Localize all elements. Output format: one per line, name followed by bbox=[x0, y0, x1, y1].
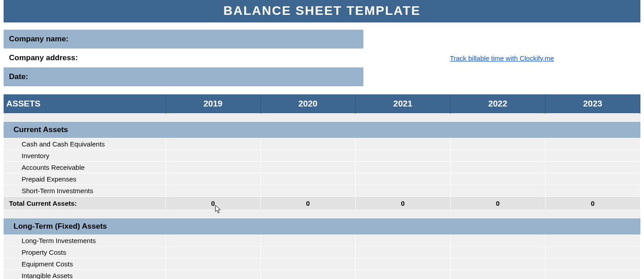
row-label: Property Costs bbox=[4, 247, 165, 258]
row-label: Inventory bbox=[4, 150, 165, 162]
table-header-row: ASSETS 2019 2020 2021 2022 2023 bbox=[4, 94, 640, 114]
col-year-2019: 2019 bbox=[165, 94, 260, 114]
row-label: Accounts Receivable bbox=[4, 162, 165, 173]
company-address-label[interactable]: Company address: bbox=[4, 49, 363, 67]
col-year-2020: 2020 bbox=[260, 94, 355, 114]
row-label: Long-Term Investements bbox=[4, 235, 165, 247]
row-label: Short-Term Investments bbox=[4, 185, 165, 197]
page-title: BALANCE SHEET TEMPLATE bbox=[4, 0, 640, 22]
section-header-assets: ASSETS bbox=[4, 94, 165, 114]
clockify-link[interactable]: Track billable time with Clockify.me bbox=[450, 54, 554, 62]
col-year-2022: 2022 bbox=[450, 94, 545, 114]
row-label: Prepaid Expenses bbox=[4, 173, 165, 185]
table-row[interactable]: Long-Term Investements bbox=[4, 235, 640, 247]
table-row[interactable]: Short-Term Investments bbox=[4, 185, 640, 197]
col-year-2023: 2023 bbox=[545, 94, 640, 114]
row-label: Equipment Costs bbox=[4, 258, 165, 270]
current-assets-header: Current Assets bbox=[4, 122, 640, 138]
table-row[interactable]: Prepaid Expenses bbox=[4, 173, 640, 185]
row-label: Cash and Cash Equivalents bbox=[4, 138, 165, 150]
long-term-assets-header: Long-Term (Fixed) Assets bbox=[4, 218, 640, 235]
company-info-block: Company name: Company address: Track bil… bbox=[4, 30, 640, 86]
date-label[interactable]: Date: bbox=[4, 67, 363, 86]
table-row[interactable]: Inventory bbox=[4, 150, 640, 162]
assets-table[interactable]: ASSETS 2019 2020 2021 2022 2023 Current … bbox=[4, 94, 640, 279]
table-row[interactable]: Intangible Assets bbox=[4, 270, 640, 279]
table-row[interactable]: Cash and Cash Equivalents bbox=[4, 138, 640, 150]
company-name-label[interactable]: Company name: bbox=[4, 30, 363, 49]
table-row[interactable]: Accounts Receivable bbox=[4, 162, 640, 173]
total-current-assets-row: Total Current Assets: 0 0 0 0 0 bbox=[4, 197, 640, 210]
row-label: Intangible Assets bbox=[4, 270, 165, 279]
total-label: Total Current Assets: bbox=[4, 197, 165, 210]
col-year-2021: 2021 bbox=[355, 94, 450, 114]
table-row[interactable]: Property Costs bbox=[4, 247, 640, 258]
table-row[interactable]: Equipment Costs bbox=[4, 258, 640, 270]
